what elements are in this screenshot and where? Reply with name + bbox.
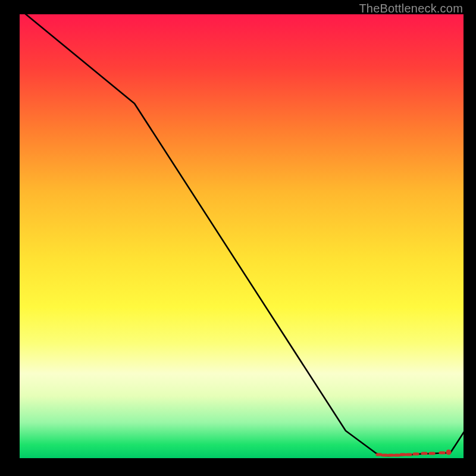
attribution-text: TheBottleneck.com — [359, 2, 463, 15]
chart-frame: TheBottleneck.com — [0, 0, 476, 476]
gradient-plot-area — [20, 14, 464, 458]
